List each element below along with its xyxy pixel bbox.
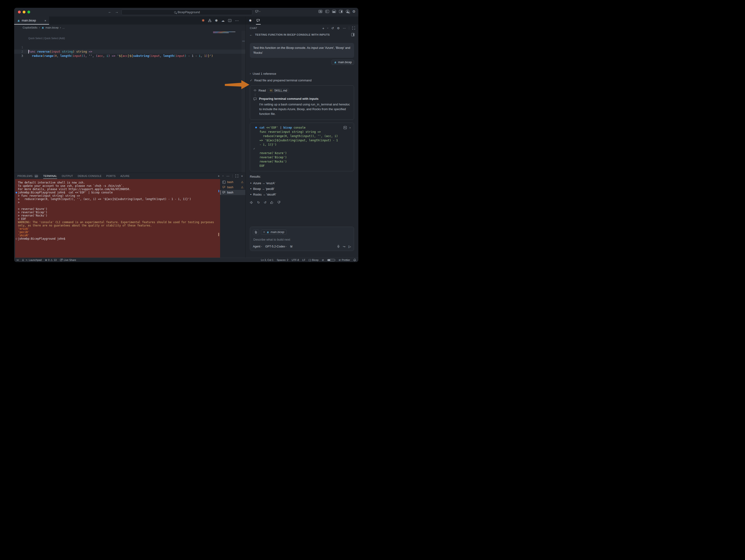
customize-layout-button[interactable] bbox=[319, 10, 322, 13]
split-editor-icon[interactable] bbox=[228, 19, 231, 22]
skill-file-chip[interactable]: M↓ SKILL.md bbox=[268, 89, 289, 93]
terminal-profile-chevron-icon[interactable]: › bbox=[222, 175, 225, 176]
read-aloud-icon[interactable] bbox=[250, 201, 253, 204]
language-mode-status-item[interactable]: { } Bicep bbox=[309, 259, 319, 261]
code-line: reverse('Bicep') bbox=[259, 155, 351, 160]
code-line: reduce(range(0, length(input)), '', (acc… bbox=[259, 134, 351, 138]
thumbs-up-icon[interactable] bbox=[270, 201, 273, 204]
mode-picker[interactable]: Agent › bbox=[253, 245, 262, 248]
toggle-secondary-sidebar-button[interactable] bbox=[339, 10, 343, 13]
codelens[interactable]: Quick Select | Quick Select (Add) bbox=[28, 37, 65, 40]
chat-more-actions-icon[interactable]: ⋯ bbox=[343, 26, 346, 30]
redirect-icon[interactable]: ↪ bbox=[343, 245, 345, 249]
copilot-disabled-icon[interactable]: ⊘ bbox=[322, 259, 324, 262]
tab-azure[interactable]: AZURE bbox=[120, 173, 130, 179]
new-chat-chevron-icon[interactable]: › bbox=[326, 28, 329, 29]
attachment-chip[interactable]: main.bicep bbox=[331, 60, 354, 65]
terminal-line bbox=[18, 204, 220, 207]
attach-context-button[interactable] bbox=[253, 229, 259, 235]
back-icon[interactable]: ← bbox=[249, 33, 253, 37]
zoom-window-button[interactable] bbox=[27, 11, 30, 13]
settings-gear-icon[interactable]: ⚙ bbox=[352, 10, 356, 13]
chat-messages[interactable]: Test this function on the Bicep console.… bbox=[246, 38, 358, 258]
breadcrumb-folder[interactable]: CopilotSkills bbox=[23, 26, 37, 29]
warning-icon: ⚠ bbox=[241, 180, 244, 184]
bell-icon[interactable] bbox=[353, 259, 356, 261]
microphone-icon[interactable] bbox=[337, 245, 340, 248]
insert-into-terminal-icon[interactable] bbox=[344, 126, 347, 129]
chat-settings-gear-icon[interactable]: ⚙ bbox=[337, 26, 340, 30]
more-actions-icon[interactable]: ⋯ bbox=[235, 19, 239, 23]
thumbs-down-icon[interactable] bbox=[277, 201, 281, 204]
tab-main-bicep[interactable]: main.bicep × bbox=[14, 17, 49, 25]
terminal-instance-bash-1[interactable]: $_ bash ⚠ bbox=[220, 179, 245, 185]
chat-input-box[interactable]: + main.bicep Describe what to build next… bbox=[250, 227, 354, 251]
chat-input-placeholder[interactable]: Describe what to build next bbox=[253, 238, 351, 241]
open-in-column-icon[interactable] bbox=[351, 33, 355, 36]
regenerate-icon[interactable]: ↻ bbox=[257, 200, 260, 204]
tab-output[interactable]: OUTPUT bbox=[62, 173, 73, 179]
cursor-position-status-item[interactable]: Ln 3, Col 1 bbox=[261, 259, 273, 261]
tools-icon[interactable]: ⚒ bbox=[290, 245, 293, 249]
live-share-status-item[interactable]: Live Share bbox=[60, 259, 76, 261]
close-window-button[interactable] bbox=[18, 11, 21, 13]
nav-forward-icon[interactable]: → bbox=[115, 10, 119, 14]
new-terminal-button[interactable]: + bbox=[218, 174, 220, 178]
panel-more-actions-icon[interactable]: ⋯ bbox=[226, 174, 230, 178]
model-picker[interactable]: GPT-5.2-Codex › bbox=[265, 245, 286, 248]
toggle-primary-sidebar-button[interactable] bbox=[325, 10, 329, 13]
maximize-panel-icon[interactable] bbox=[235, 174, 238, 177]
scrollbar-thumb[interactable] bbox=[242, 40, 245, 42]
open-chat-editor-icon[interactable] bbox=[352, 27, 355, 30]
tab-problems[interactable]: PROBLEMS 13 bbox=[18, 173, 38, 179]
indentation-status-item[interactable]: Spaces: 2 bbox=[277, 259, 288, 261]
close-panel-icon[interactable]: × bbox=[241, 174, 243, 178]
hierarchy-icon[interactable] bbox=[208, 19, 212, 22]
remote-indicator-icon[interactable]: >< bbox=[17, 259, 19, 261]
terminal-instance-bash-2[interactable]: bash ⚠ bbox=[220, 185, 245, 190]
terminal-scrollbar-thumb[interactable] bbox=[218, 233, 219, 236]
tab-terminal[interactable]: TERMINAL bbox=[43, 173, 57, 179]
code-line: => '${acc}${substring(input, length(inpu… bbox=[259, 138, 351, 142]
minimap[interactable] bbox=[213, 32, 235, 33]
step-summary[interactable]: ✓ Read file and prepared terminal comman… bbox=[250, 78, 354, 82]
code-editor[interactable]: Quick Select | Quick Select (Add) 1 func… bbox=[14, 31, 245, 173]
terminal-instance-bash-3-active[interactable]: bash bbox=[220, 190, 245, 195]
editor-scrollbar[interactable] bbox=[241, 31, 245, 173]
launchpad-status-item[interactable]: Launchpad bbox=[22, 259, 41, 261]
chat-history-icon[interactable]: ↺ bbox=[331, 26, 334, 30]
used-references-toggle[interactable]: › Used 1 reference bbox=[250, 72, 354, 75]
new-chat-button[interactable]: + bbox=[322, 26, 324, 30]
breadcrumb-file[interactable]: main.bicep bbox=[45, 26, 59, 29]
undo-icon[interactable]: ↺ bbox=[264, 200, 267, 204]
nav-back-icon[interactable]: ← bbox=[108, 10, 111, 14]
send-button[interactable]: ▷ bbox=[349, 244, 351, 249]
claude-icon[interactable]: ✱ bbox=[202, 19, 205, 23]
eol-status-item[interactable]: LF bbox=[302, 259, 305, 261]
response-actions: ↻ ↺ bbox=[250, 200, 354, 204]
chevron-right-icon[interactable]: › bbox=[349, 126, 351, 130]
context-file-chip[interactable]: + main.bicep bbox=[261, 230, 287, 235]
encoding-status-item[interactable]: UTF-8 bbox=[292, 259, 299, 261]
tab-claude-panel[interactable]: ✱ bbox=[249, 17, 252, 25]
breadcrumb[interactable]: CopilotSkills › main.bicep › ... bbox=[14, 25, 245, 31]
terminal-line: To update your account to use zsh, pleas… bbox=[18, 184, 220, 188]
copilot-menu-button[interactable]: › bbox=[255, 10, 260, 13]
tab-copilot-chat[interactable] bbox=[256, 17, 260, 25]
slash-circle-icon: ⊘ bbox=[338, 259, 341, 262]
terminal-line: 'skcoR' bbox=[18, 234, 220, 237]
command-center-search[interactable]: BicepPlayground bbox=[122, 9, 252, 15]
prettier-status-item[interactable]: ⊘ Prettier bbox=[338, 259, 350, 262]
command-code[interactable]: func reverse(input string) string => red… bbox=[259, 130, 351, 168]
cloud-upload-icon[interactable]: ☁↑ bbox=[221, 19, 225, 23]
account-icon[interactable]: 1 bbox=[346, 10, 349, 13]
terminal-output[interactable]: The default interactive shell is now zsh… bbox=[15, 179, 220, 258]
tab-debug-console[interactable]: DEBUG CONSOLE bbox=[77, 173, 101, 179]
problems-status-item[interactable]: ⊗ 0 ⚠ 13 bbox=[45, 259, 57, 262]
close-tab-icon[interactable]: × bbox=[44, 19, 46, 23]
breadcrumb-more[interactable]: ... bbox=[62, 26, 65, 29]
toggle-panel-button[interactable] bbox=[332, 10, 336, 13]
minimize-window-button[interactable] bbox=[23, 11, 26, 13]
openai-logo-icon[interactable]: ✻ bbox=[215, 19, 218, 23]
tab-ports[interactable]: PORTS bbox=[106, 173, 116, 179]
